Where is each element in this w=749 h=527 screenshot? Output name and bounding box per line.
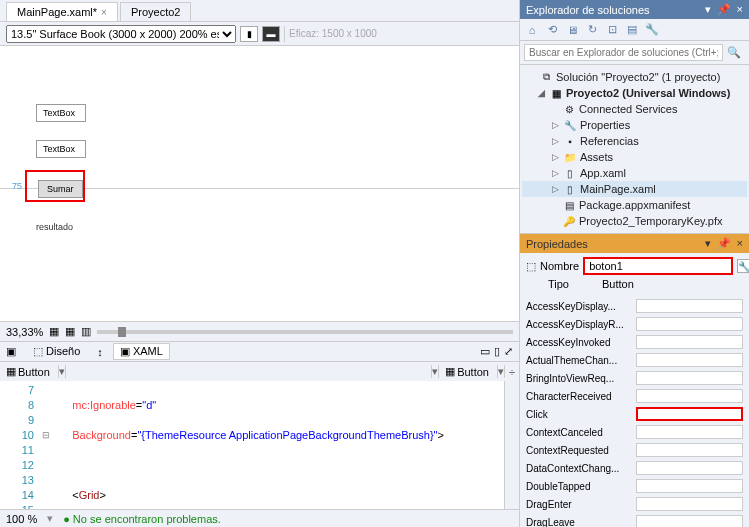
- zoom-slider[interactable]: [97, 330, 513, 334]
- prop-row[interactable]: CharacterReceived: [520, 387, 749, 405]
- tab-label: MainPage.xaml*: [17, 6, 97, 18]
- solution-search: 🔍: [520, 41, 749, 65]
- xaml-code-editor[interactable]: 789 101112 131415 161718 19 ⊟ mc:Ignorab…: [0, 381, 519, 516]
- name-input[interactable]: [583, 257, 733, 275]
- side-panels: Explorador de soluciones ▾ 📌 × ⌂ ⟲ 🖥 ↻ ⊡…: [520, 0, 749, 527]
- refresh-icon[interactable]: ↻: [584, 22, 600, 38]
- breadcrumb-left[interactable]: ▦ Button: [0, 363, 58, 380]
- prop-row[interactable]: AccessKeyDisplay...: [520, 297, 749, 315]
- solution-explorer-toolbar: ⌂ ⟲ 🖥 ↻ ⊡ ▤ 🔧: [520, 19, 749, 41]
- tree-connected-services[interactable]: ⚙Connected Services: [522, 101, 747, 117]
- swap-icon[interactable]: ↕: [97, 346, 103, 358]
- prop-row[interactable]: ContextRequested: [520, 441, 749, 459]
- expand-icon[interactable]: ⤢: [504, 345, 513, 358]
- tree-assets[interactable]: ▷📁Assets: [522, 149, 747, 165]
- element-icon: ⬚: [526, 260, 536, 273]
- zoom-value: 33,33%: [6, 326, 43, 338]
- tree-project[interactable]: ◢▦Proyecto2 (Universal Windows): [522, 85, 747, 101]
- status-problems[interactable]: ● No se encontraron problemas.: [63, 513, 221, 525]
- collapse-all-icon[interactable]: ⊡: [604, 22, 620, 38]
- prop-row-click[interactable]: Click: [520, 405, 749, 423]
- breadcrumb-dd-right[interactable]: ▾: [497, 365, 505, 378]
- tab-proyecto2[interactable]: Proyecto2: [120, 2, 192, 21]
- prop-row[interactable]: DragLeave: [520, 513, 749, 527]
- designer-toolbar: 13.5" Surface Book (3000 x 2000) 200% es…: [0, 22, 519, 46]
- fold-column[interactable]: ⊟: [40, 381, 52, 516]
- tree-mainpage-xaml[interactable]: ▷▯MainPage.xaml: [522, 181, 747, 197]
- back-icon[interactable]: ⟲: [544, 22, 560, 38]
- prop-row[interactable]: AccessKeyDisplayR...: [520, 315, 749, 333]
- properties-list[interactable]: AccessKeyDisplay... AccessKeyDisplayR...…: [520, 297, 749, 527]
- sync-icon[interactable]: 🖥: [564, 22, 580, 38]
- dropdown-icon[interactable]: ▾: [705, 3, 711, 16]
- cols-icon[interactable]: ▥: [81, 325, 91, 338]
- document-tabs: MainPage.xaml* × Proyecto2: [0, 0, 519, 22]
- status-zoom[interactable]: 100 %: [6, 513, 37, 525]
- pin-icon[interactable]: 📌: [717, 3, 731, 16]
- tree-referencias[interactable]: ▷▪Referencias: [522, 133, 747, 149]
- close-icon[interactable]: ×: [737, 237, 743, 250]
- home-icon[interactable]: ⌂: [524, 22, 540, 38]
- prop-row[interactable]: ActualThemeChan...: [520, 351, 749, 369]
- search-icon[interactable]: 🔍: [723, 46, 745, 59]
- type-value: Button: [602, 278, 634, 290]
- prop-row[interactable]: DoubleTapped: [520, 477, 749, 495]
- pin-icon[interactable]: 📌: [717, 237, 731, 250]
- design-surface[interactable]: 200 TextBox TextBox 75 Sumar resultado: [0, 46, 519, 321]
- tab-label: Proyecto2: [131, 6, 181, 18]
- canvas-button-sumar[interactable]: Sumar: [38, 180, 83, 198]
- collapse-icon[interactable]: ▣: [6, 345, 16, 358]
- name-label: Nombre: [540, 260, 579, 272]
- zoom-bar: 33,33% ▦ ▦ ▥: [0, 321, 519, 341]
- editor-area: MainPage.xaml* × Proyecto2 13.5" Surface…: [0, 0, 520, 527]
- prop-row[interactable]: ContextCanceled: [520, 423, 749, 441]
- type-label: Tipo: [548, 278, 598, 290]
- prop-row[interactable]: AccessKeyInvoked: [520, 333, 749, 351]
- tree-properties[interactable]: ▷🔧Properties: [522, 117, 747, 133]
- code-content[interactable]: mc:Ignorable="d" Background="{ThemeResou…: [52, 381, 504, 516]
- tab-design[interactable]: ⬚ Diseño: [26, 343, 87, 360]
- breadcrumb-dd-mid[interactable]: ▾: [431, 365, 439, 378]
- show-all-icon[interactable]: ▤: [624, 22, 640, 38]
- properties-header: ⬚ Nombre 🔧 ⚡ Tipo Button: [520, 253, 749, 297]
- breadcrumb-right[interactable]: ▦ Button: [439, 363, 497, 380]
- properties-panel: Propiedades ▾ 📌 × ⬚ Nombre 🔧 ⚡ Tipo Butt…: [520, 233, 749, 527]
- canvas-textbox1[interactable]: TextBox: [36, 104, 86, 122]
- orientation-portrait-icon[interactable]: ▮: [240, 26, 258, 42]
- split-v-icon[interactable]: ▯: [494, 345, 500, 358]
- canvas-textblock-resultado[interactable]: resultado: [36, 222, 73, 232]
- solution-explorer-title: Explorador de soluciones ▾ 📌 ×: [520, 0, 749, 19]
- status-bar: 100 % ▾ ● No se encontraron problemas.: [0, 509, 519, 527]
- tree-package-manifest[interactable]: ▤Package.appxmanifest: [522, 197, 747, 213]
- prop-row[interactable]: BringIntoViewReq...: [520, 369, 749, 387]
- breadcrumb-dd-left[interactable]: ▾: [58, 365, 66, 378]
- split-view-tabs: ▣ ⬚ Diseño ↕ ▣ XAML ▭ ▯ ⤢: [0, 341, 519, 361]
- ruler-x-label: 75: [12, 181, 22, 191]
- close-icon[interactable]: ×: [737, 3, 743, 16]
- code-scrollbar[interactable]: [504, 381, 519, 516]
- scale-hint: Eficaz: 1500 x 1000: [289, 28, 377, 39]
- search-input[interactable]: [524, 44, 723, 61]
- prop-row[interactable]: DataContextChang...: [520, 459, 749, 477]
- canvas-textbox2[interactable]: TextBox: [36, 140, 86, 158]
- properties-icon[interactable]: 🔧: [644, 22, 660, 38]
- properties-title: Propiedades ▾ 📌 ×: [520, 234, 749, 253]
- breadcrumb-more-icon[interactable]: ÷: [505, 366, 519, 378]
- orientation-landscape-icon[interactable]: ▬: [262, 26, 280, 42]
- split-h-icon[interactable]: ▭: [480, 345, 490, 358]
- prop-row[interactable]: DragEnter: [520, 495, 749, 513]
- tab-xaml[interactable]: ▣ XAML: [113, 343, 170, 360]
- grid2-icon[interactable]: ▦: [65, 325, 75, 338]
- line-gutter: 789 101112 131415 161718 19: [0, 381, 40, 516]
- solution-tree[interactable]: ⧉Solución "Proyecto2" (1 proyecto) ◢▦Pro…: [520, 65, 749, 233]
- grid-icon[interactable]: ▦: [49, 325, 59, 338]
- xaml-breadcrumb: ▦ Button ▾ ▾ ▦ Button ▾ ÷: [0, 361, 519, 381]
- wrench-icon[interactable]: 🔧: [737, 259, 749, 273]
- device-select[interactable]: 13.5" Surface Book (3000 x 2000) 200% es…: [6, 25, 236, 43]
- close-icon[interactable]: ×: [101, 7, 107, 18]
- tab-mainpage[interactable]: MainPage.xaml* ×: [6, 2, 118, 21]
- tree-app-xaml[interactable]: ▷▯App.xaml: [522, 165, 747, 181]
- dropdown-icon[interactable]: ▾: [705, 237, 711, 250]
- tree-temporary-key[interactable]: 🔑Proyecto2_TemporaryKey.pfx: [522, 213, 747, 229]
- tree-solution-root[interactable]: ⧉Solución "Proyecto2" (1 proyecto): [522, 69, 747, 85]
